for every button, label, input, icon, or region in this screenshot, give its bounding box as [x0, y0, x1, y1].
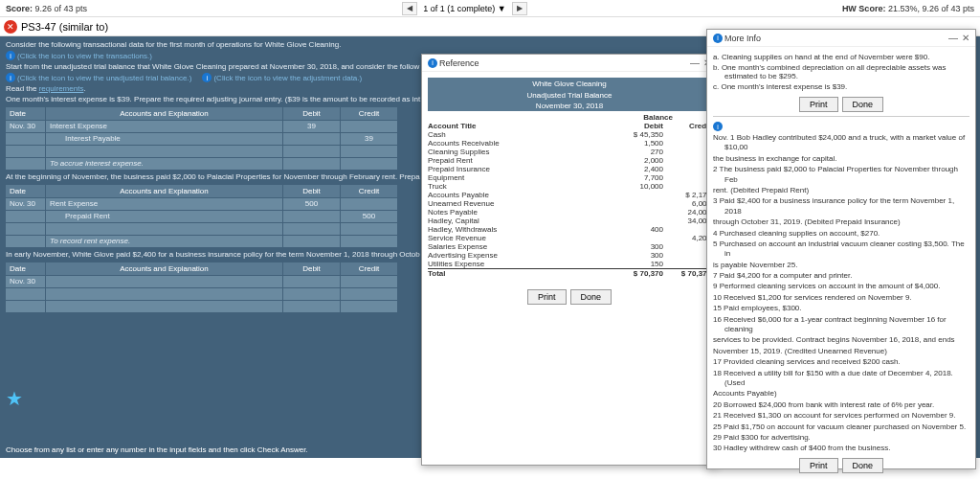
tb-row: Utilities Expense150 — [428, 260, 711, 268]
credit-input[interactable]: 500 — [341, 211, 398, 222]
journal-table-3: Date Accounts and Explanation Debit Cred… — [6, 262, 398, 312]
nav-group: ◀ 1 of 1 (1 complete) ▼ ▶ — [402, 2, 526, 15]
close-icon[interactable]: ✕ — [962, 33, 969, 43]
requirements-link[interactable]: requirements — [39, 84, 84, 93]
more-info-modal: i More Info — ✕ a. Cleaning supplies on … — [706, 29, 976, 469]
reference-modal: i Reference — ✕ White Glove Cleaning Una… — [421, 54, 718, 466]
transaction-item: 2 The business paid $2,000 to Palacial P… — [713, 165, 969, 185]
account-input[interactable]: Interest Payable — [46, 133, 283, 145]
journal-table-1: Date Accounts and Explanation Debit Cred… — [6, 107, 398, 170]
info-icon: i — [428, 58, 437, 68]
reference-title: Reference — [439, 58, 479, 68]
hw-score-value: 21.53%, 9.26 of 43 pts — [888, 4, 974, 13]
transaction-item: 29 Paid $300 for advertising. — [713, 433, 969, 443]
transaction-item: 10 Received $1,200 for services rendered… — [713, 293, 969, 303]
account-input[interactable]: Rent Expense — [46, 198, 283, 210]
print-button[interactable]: Print — [799, 97, 838, 112]
tb-row: Advertising Expense300 — [428, 251, 711, 260]
transaction-item: 4 Purchased cleaning supplies on account… — [713, 229, 969, 239]
tb-row: Cleaning Supplies270 — [428, 148, 711, 156]
transaction-item: 16 Received $6,000 for a 1-year contract… — [713, 315, 969, 335]
transaction-item: 25 Paid $1,750 on account for vacuum cle… — [713, 422, 969, 432]
info-icon[interactable]: i — [202, 73, 212, 82]
footer-hint: Choose from any list or enter any number… — [6, 445, 308, 454]
tb-row: Salaries Expense300 — [428, 242, 711, 251]
adjustment-link[interactable]: (Click the icon to view the adjustment d… — [213, 74, 362, 82]
star-icon[interactable]: ★ — [6, 387, 23, 410]
debit-input[interactable]: 500 — [283, 198, 341, 210]
question-title: PS3-47 (similar to) — [21, 21, 108, 33]
transaction-item: 18 Received a utility bill for $150 with… — [713, 369, 969, 389]
tb-row: Notes Payable24,000 — [428, 208, 711, 217]
nav-position[interactable]: 1 of 1 (1 complete) ▼ — [419, 4, 509, 13]
minimize-icon[interactable]: — — [690, 57, 700, 68]
col-account-title: Account Title — [428, 122, 615, 130]
minimize-icon[interactable]: — — [948, 33, 958, 43]
info-icon[interactable]: i — [6, 73, 15, 82]
credit-input[interactable]: 39 — [341, 133, 398, 145]
tb-row: Hadley, Capital34,000 — [428, 217, 711, 225]
transactions-link[interactable]: (Click the icon to view the transactions… — [17, 52, 152, 60]
info-icon[interactable]: i — [6, 51, 15, 60]
transaction-item: November 15, 2019. (Credited Unearned Re… — [713, 347, 969, 356]
score-value: 9.26 of 43 pts — [35, 4, 88, 13]
tb-row: Prepaid Rent2,000 — [428, 156, 711, 165]
trial-balance-link[interactable]: (Click the icon to view the unadjusted t… — [17, 74, 191, 82]
hw-score-label: HW Score: — [842, 4, 886, 13]
total-debit: $ 70,370 — [615, 269, 663, 278]
tb-company: White Glove Cleaning — [428, 78, 711, 90]
date-month: Nov. — [10, 122, 25, 130]
read-label: Read the — [6, 84, 39, 93]
total-label: Total — [428, 269, 615, 278]
account-input[interactable]: Prepaid Rent — [46, 211, 283, 222]
tb-row: Accounts Receivable1,500 — [428, 139, 711, 148]
info-icon: i — [713, 122, 723, 131]
tb-row: Equipment7,700 — [428, 173, 711, 182]
transaction-item: 21 Received $1,300 on account for servic… — [713, 411, 969, 421]
debit-input[interactable]: 39 — [283, 121, 341, 132]
debit-input[interactable] — [283, 133, 341, 145]
tb-row: Cash$ 45,350 — [428, 130, 711, 139]
nav-next-button[interactable]: ▶ — [512, 2, 527, 15]
entry-description: To accrue interest expense. — [46, 158, 283, 170]
transaction-item: services to be provided. Contract begins… — [713, 335, 969, 345]
credit-input[interactable] — [341, 276, 398, 287]
done-button[interactable]: Done — [570, 289, 612, 305]
score-label: Score: — [6, 4, 33, 13]
tb-row: Hadley, Withdrawals400 — [428, 225, 711, 234]
account-input[interactable] — [46, 276, 283, 287]
date-day: 30 — [27, 122, 35, 130]
tb-date: November 30, 2018 — [428, 101, 711, 111]
tb-row: Service Revenue4,200 — [428, 234, 711, 242]
done-button[interactable]: Done — [842, 458, 884, 473]
entry-description: To record rent expense. — [46, 236, 283, 247]
col-account: Accounts and Explanation — [46, 107, 283, 120]
tb-row: Accounts Payable$ 2,170 — [428, 191, 711, 199]
more-info-title: More Info — [724, 34, 761, 43]
journal-table-2: Date Accounts and Explanation Debit Cred… — [6, 185, 398, 247]
credit-input[interactable] — [341, 121, 398, 132]
tb-statement: Unadjusted Trial Balance — [428, 90, 711, 101]
transaction-item: Nov. 1 Bob Hadley contributed $24,000 an… — [713, 133, 969, 153]
adjustment-item: b. One month's combined depreciation on … — [713, 63, 969, 80]
transaction-item: 30 Hadley withdrew cash of $400 from the… — [713, 444, 969, 453]
col-debit: Debit — [283, 107, 341, 120]
debit-input[interactable] — [283, 276, 341, 287]
col-date: Date — [6, 107, 46, 120]
top-bar: Score: 9.26 of 43 pts ◀ 1 of 1 (1 comple… — [0, 0, 980, 17]
info-icon: i — [713, 34, 723, 43]
col-credit: Credit — [663, 122, 711, 130]
transaction-item: 3 Paid $2,400 for a business insurance p… — [713, 196, 969, 217]
status-icon: ✕ — [4, 20, 17, 34]
done-button[interactable]: Done — [842, 97, 884, 112]
print-button[interactable]: Print — [799, 458, 838, 473]
balance-label: Balance — [428, 113, 711, 122]
transaction-item: 7 Paid $4,200 for a computer and printer… — [713, 271, 969, 281]
transaction-item: 15 Paid employees, $300. — [713, 304, 969, 313]
transaction-item: Accounts Payable) — [713, 389, 969, 399]
account-input[interactable]: Interest Expense — [46, 121, 283, 132]
nav-prev-button[interactable]: ◀ — [402, 2, 417, 15]
tb-row: Truck10,000 — [428, 182, 711, 191]
print-button[interactable]: Print — [527, 289, 567, 305]
tb-row: Prepaid Insurance2,400 — [428, 165, 711, 173]
